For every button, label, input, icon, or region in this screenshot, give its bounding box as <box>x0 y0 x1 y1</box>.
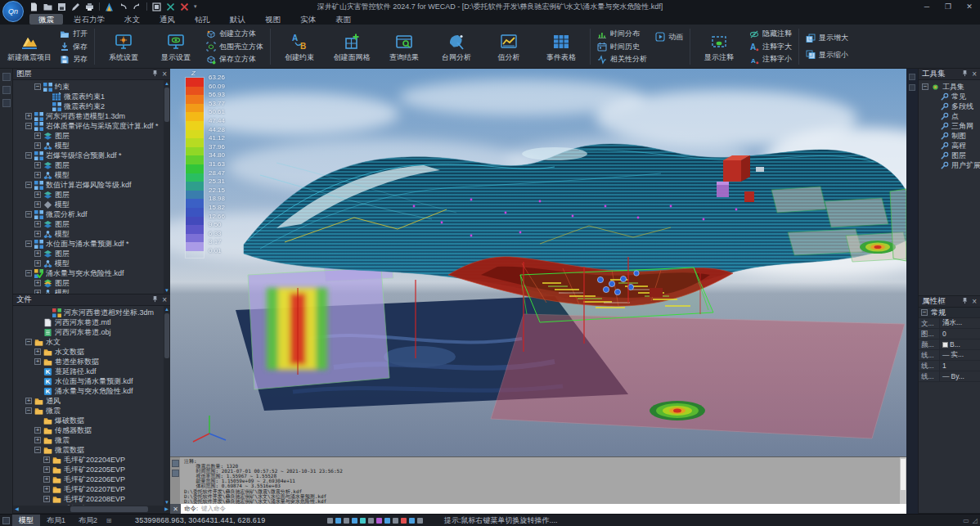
toolset-tree-item[interactable]: 点 <box>919 111 980 121</box>
expand-icon[interactable]: + <box>34 133 41 139</box>
toolset-tree-item[interactable]: 制图 <box>919 131 980 141</box>
collapsed-panel-icon[interactable] <box>2 86 11 94</box>
scroll-up-icon[interactable]: ▲ <box>164 306 170 312</box>
toolset-tree-item[interactable]: 多段线 <box>919 101 980 111</box>
layer-tree-item[interactable]: 微震表约束2 <box>13 101 164 111</box>
expand-icon[interactable]: + <box>34 437 41 443</box>
toolset-tree-item[interactable]: 用户扩展 <box>919 160 980 170</box>
scroll-down-icon[interactable]: ▼ <box>164 499 170 506</box>
console-tool-icon[interactable] <box>172 460 179 467</box>
collapsed-panel-icon[interactable] <box>2 73 11 81</box>
menu-tab-水文[interactable]: 水文 <box>115 14 149 25</box>
toolset-tree-item[interactable]: −工具集 <box>919 82 980 92</box>
property-value[interactable]: —By... <box>940 371 980 381</box>
close-teal-icon[interactable] <box>166 2 175 11</box>
ribbon-button-注释字大[interactable]: A注释字大 <box>747 41 794 52</box>
property-row[interactable]: 线...1 <box>919 361 980 371</box>
expand-icon[interactable]: + <box>34 358 41 365</box>
minimize-button[interactable]: ─ <box>916 1 937 13</box>
expand-icon[interactable]: + <box>34 348 41 355</box>
layout-tab-模型[interactable]: 模型 <box>12 515 40 526</box>
expand-icon[interactable]: + <box>34 250 41 257</box>
qat-dropdown-icon[interactable]: ▾ <box>194 3 197 10</box>
menu-tab-通风[interactable]: 通风 <box>151 14 184 25</box>
collapse-icon[interactable]: − <box>25 270 32 276</box>
ribbon-button-隐藏注释[interactable]: 隐藏注释 <box>747 29 794 40</box>
console-tool-icon[interactable] <box>172 470 179 477</box>
fullscreen-icon[interactable]: ▭ <box>963 517 969 524</box>
ribbon-button-值分析[interactable]: 值分析 <box>483 26 535 67</box>
toolset-tree-item[interactable]: 高程 <box>919 141 980 151</box>
file-tree-item[interactable]: 河东河西巷道相对坐标.3dm <box>13 308 164 317</box>
layer-tree-item[interactable]: +模型 <box>13 288 164 294</box>
ribbon-button-新建微震项目[interactable]: 新建微震项目 <box>3 26 56 67</box>
command-input[interactable]: 命令: 键入命令 <box>181 504 906 514</box>
file-tree-item[interactable]: +水文数据 <box>13 347 164 357</box>
expand-icon[interactable]: + <box>34 290 41 294</box>
expand-icon[interactable]: + <box>34 260 41 267</box>
pin-icon[interactable] <box>151 70 159 79</box>
grid-icon[interactable] <box>335 518 341 524</box>
layer-tree-item[interactable]: 微震表约束1 <box>13 92 164 101</box>
file-tree-item[interactable]: +毛坪矿202207EVP <box>13 484 164 494</box>
edit-icon[interactable] <box>71 2 80 11</box>
ribbon-button-保存立方体[interactable]: 保存立方体 <box>204 54 266 65</box>
ribbon-button-显示缩小[interactable]: 显示缩小 <box>803 49 851 61</box>
menu-tab-钻孔[interactable]: 钻孔 <box>186 14 219 25</box>
layer-tree-item[interactable]: −微震分析.kdf <box>13 209 164 219</box>
collapse-icon[interactable]: − <box>34 83 41 90</box>
am-icon[interactable] <box>409 518 415 524</box>
ribbon-button-创建面网格[interactable]: 创建面网格 <box>326 26 378 67</box>
expand-icon[interactable]: + <box>25 398 32 404</box>
file-tree-item[interactable]: 河西河东巷道.obj <box>13 327 164 337</box>
polar-icon[interactable] <box>352 518 357 524</box>
file-tree-item[interactable]: −水文 <box>13 337 164 347</box>
menu-tab-视图[interactable]: 视图 <box>256 14 290 25</box>
menu-tab-微震[interactable]: 微震 <box>29 14 63 25</box>
lwt-icon[interactable] <box>393 518 398 524</box>
file-tree-item[interactable]: 爆破数据 <box>13 416 164 425</box>
property-value[interactable]: 0 <box>940 329 980 339</box>
ribbon-button-另存[interactable]: 另存 <box>57 54 90 65</box>
property-row[interactable]: 颜...B... <box>919 339 980 350</box>
layer-tree-item[interactable]: +图层 <box>13 190 164 200</box>
expand-icon[interactable]: + <box>34 172 41 178</box>
snap-icon[interactable] <box>327 518 333 524</box>
add-layout-icon[interactable]: ⊞ <box>104 517 114 524</box>
otrack-icon[interactable] <box>368 518 374 524</box>
layer-tree-item[interactable]: +模型 <box>13 200 164 209</box>
collapsed-panel-icon[interactable] <box>2 99 11 107</box>
collapse-icon[interactable]: − <box>25 182 32 188</box>
console-close-icon[interactable]: ✕ <box>170 504 181 514</box>
collapse-icon[interactable]: − <box>25 241 32 247</box>
dyn-icon[interactable] <box>384 518 390 524</box>
property-row[interactable]: 文...涌水... <box>919 318 980 329</box>
toolset-tree-item[interactable]: 常见 <box>919 92 980 101</box>
file-tree-item[interactable]: +毛坪矿202208EVP <box>13 494 164 504</box>
close-icon[interactable]: × <box>162 70 167 78</box>
file-tree-item[interactable]: K水位面与涌水量预测.kdf <box>13 376 164 386</box>
collapse-icon[interactable]: − <box>25 123 32 129</box>
files-scrollbar[interactable]: ▲ ▼ <box>164 306 170 506</box>
console-scrollbar[interactable] <box>900 457 906 504</box>
pin-icon[interactable] <box>961 70 969 79</box>
layer-tree-item[interactable]: +模型 <box>13 259 164 268</box>
layer-tree-item[interactable]: −岩体质量评估与采场宽度计算.kdf * <box>13 121 164 131</box>
ribbon-button-创建立方体[interactable]: 创建立方体 <box>204 29 266 40</box>
file-tree-item[interactable]: −微震数据 <box>13 445 164 455</box>
collapse-icon[interactable]: − <box>922 83 928 90</box>
property-value[interactable]: B... <box>940 339 980 349</box>
layers-scrollbar[interactable]: ▲ ▼ <box>164 80 170 294</box>
qp-icon[interactable] <box>417 518 423 524</box>
ribbon-button-时间分布[interactable]: 时间分布 <box>595 29 650 40</box>
expand-icon[interactable]: + <box>34 221 41 227</box>
layer-tree-item[interactable]: −约束 <box>13 82 164 92</box>
file-tree-item[interactable]: +巷道坐标数据 <box>13 357 164 366</box>
print-icon[interactable] <box>85 2 94 11</box>
layer-tree-item[interactable]: +图层 <box>13 278 164 288</box>
ribbon-button-事件表格[interactable]: 事件表格 <box>535 26 587 67</box>
pin-icon[interactable] <box>151 295 159 304</box>
file-tree-item[interactable]: +毛坪矿202204EVP <box>13 455 164 465</box>
ribbon-button-动画[interactable]: 动画 <box>653 31 686 43</box>
properties-group-header[interactable]: − 常规 <box>919 308 980 318</box>
